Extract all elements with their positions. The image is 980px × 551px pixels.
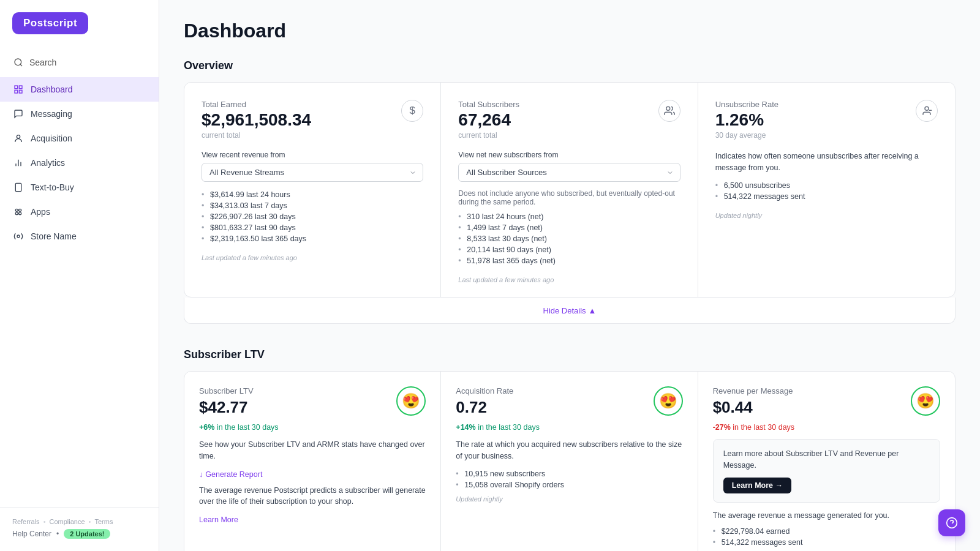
sidebar-item-apps[interactable]: Apps [0,200,159,224]
updates-badge: 2 Updates! [64,529,110,539]
unsubscribe-labels: Unsubscribe Rate 1.26% 30 day average [715,100,778,148]
total-subscribers-label: Total Subscribers [458,100,519,109]
rpm-labels: Revenue per Message $0.44 [713,386,793,419]
total-subscribers-value: 67,264 [458,110,519,130]
sidebar-item-dashboard[interactable]: Dashboard [0,77,159,102]
sidebar-item-analytics[interactable]: Analytics [0,151,159,175]
rpm-emoji: 😍 [911,386,940,416]
bullet-item: 10,915 new subscribers [456,468,682,479]
bullet-item: $801,633.27 last 90 days [202,222,423,233]
unsubscribe-desc: Indicates how often someone unsubscribes… [715,151,938,174]
subscribers-dropdown-label: View net new subscribers from [458,151,680,159]
unsubscribe-label: Unsubscribe Rate [715,100,778,109]
svg-rect-5 [15,90,18,93]
subscribers-bullets: 310 last 24 hours (net) 1,499 last 7 day… [458,211,680,266]
svg-point-15 [19,212,21,215]
search-icon [12,56,24,69]
bullet-item: 514,322 messages sent [715,191,938,202]
page-title: Dashboard [184,20,956,42]
bullet-item: 514,322 messages sent [713,537,940,548]
bullet-item: $3,614.99 last 24 hours [202,189,423,200]
ltv-change: +6% in the last 30 days [199,423,426,432]
svg-line-1 [20,64,22,66]
apps-icon [12,206,24,218]
bullet-item: 1,499 last 7 days (net) [458,222,680,233]
logo-container: Postscript [12,12,146,34]
compliance-link[interactable]: Compliance [49,518,85,525]
sidebar-item-messaging[interactable]: Messaging [0,102,159,126]
total-subscribers-card: Total Subscribers 67,264 current total V… [441,83,698,297]
total-earned-header: Total Earned $2,961,508.34 current total… [202,100,423,148]
ltv-subscriber-card: Subscriber LTV $42.77 😍 +6% in the last … [184,372,441,551]
sidebar-item-label-store-name: Store Name [31,231,77,241]
subscriber-sources-dropdown[interactable]: All Subscriber Sources [458,163,680,182]
unsubscribe-icon [916,100,938,122]
search-button[interactable]: Search [0,51,159,73]
rpm-change: -27% in the last 30 days [713,423,940,432]
bullet-item: $226,907.26 last 30 days [202,211,423,222]
main-content: Dashboard Overview Total Earned $2,961,5… [159,0,980,551]
help-fab-button[interactable] [938,509,965,536]
bullet-item: 15,058 overall Shopify orders [456,479,682,490]
total-earned-value: $2,961,508.34 [202,110,311,130]
sidebar-item-label-messaging: Messaging [31,109,72,119]
acquisition-change: +14% in the last 30 days [456,423,682,432]
subscribers-icon [658,100,680,122]
svg-point-16 [17,235,20,238]
footer-links: Referrals • Compliance • Terms [12,518,146,525]
sidebar-item-text-to-buy[interactable]: Text-to-Buy [0,175,159,200]
ltv-emoji: 😍 [396,386,426,416]
svg-point-13 [19,209,21,211]
sidebar-item-store-name[interactable]: Store Name [0,224,159,249]
sidebar: Postscript Search Dashboard Messaging Ac… [0,0,159,551]
acquisition-card-header: Acquisition Rate 0.72 😍 [456,386,682,419]
rpm-value: $0.44 [713,398,793,417]
unsubscribe-sub: 30 day average [715,131,778,140]
bullet-item: $2,319,163.50 last 365 days [202,233,423,244]
learn-more-button[interactable]: Learn More → [723,478,791,493]
total-subscribers-header: Total Subscribers 67,264 current total [458,100,680,148]
sidebar-item-label-apps: Apps [31,207,50,217]
bullet-item: $34,313.03 last 7 days [202,200,423,211]
hide-details-bar: Hide Details ▲ [184,298,956,324]
total-subscribers-labels: Total Subscribers 67,264 current total [458,100,519,148]
ltv-card-header: Subscriber LTV $42.77 😍 [199,386,426,419]
acquisition-value: 0.72 [456,398,513,417]
help-center-link[interactable]: Help Center [12,530,51,538]
chevron-up-icon: ▲ [589,306,597,315]
download-icon: ↓ [199,470,203,479]
hide-details-link[interactable]: Hide Details ▲ [543,306,597,315]
acquisition-label: Acquisition Rate [456,386,513,395]
total-earned-sub: current total [202,131,311,140]
acquisition-footer: Updated nightly [456,495,682,503]
svg-rect-3 [19,86,22,89]
rpm-label: Revenue per Message [713,386,793,395]
analytics-icon [12,157,24,169]
svg-point-18 [925,107,929,110]
learn-more-box-text: Learn more about Subscriber LTV and Reve… [723,448,930,471]
revenue-bullets: $3,614.99 last 24 hours $34,313.03 last … [202,189,423,244]
total-earned-label: Total Earned [202,100,311,109]
ltv-card-label: Subscriber LTV [199,386,254,395]
sidebar-item-label-dashboard: Dashboard [31,84,73,94]
total-earned-labels: Total Earned $2,961,508.34 current total [202,100,311,148]
terms-link[interactable]: Terms [94,518,113,525]
svg-rect-2 [15,86,18,89]
acquisition-emoji: 😍 [654,386,683,416]
unsubscribe-header: Unsubscribe Rate 1.26% 30 day average [715,100,938,148]
acquisition-icon [12,132,24,144]
ltv-section-title: Subscriber LTV [184,348,956,361]
generate-report-link[interactable]: ↓ Generate Report [199,470,262,479]
sidebar-item-acquisition[interactable]: Acquisition [0,126,159,151]
sidebar-item-label-analytics: Analytics [31,158,65,168]
overview-cards: Total Earned $2,961,508.34 current total… [184,83,955,297]
referrals-link[interactable]: Referrals [12,518,40,525]
dashboard-icon [12,83,24,96]
overview-section-title: Overview [184,59,956,72]
svg-point-6 [17,135,20,138]
ltv-cards: Subscriber LTV $42.77 😍 +6% in the last … [184,371,956,551]
bullet-item: 6,500 unsubscribes [715,180,938,191]
ltv-learn-more-link[interactable]: Learn More [199,515,238,524]
revenue-streams-dropdown[interactable]: All Revenue Streams [202,163,423,182]
unsubscribe-bullets: 6,500 unsubscribes 514,322 messages sent [715,180,938,202]
